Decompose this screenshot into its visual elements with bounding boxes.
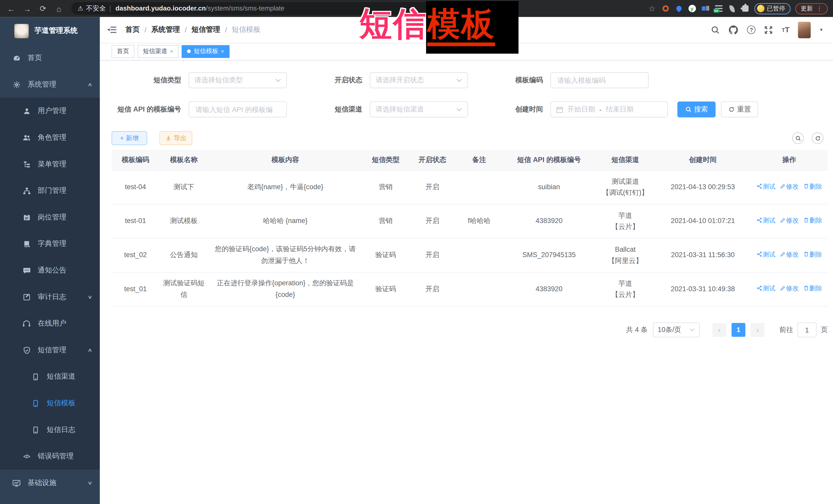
paused-badge[interactable]: 已暂停 <box>754 3 790 14</box>
date-range-picker[interactable]: 开始日期 - 结束日期 <box>550 101 668 117</box>
chevron-down-icon[interactable]: ▼ <box>819 27 823 32</box>
extension-pin-icon[interactable] <box>674 4 683 13</box>
sidebar-item-menu-management[interactable]: 菜单管理 <box>0 151 100 177</box>
edit-link[interactable]: 修改 <box>780 181 799 192</box>
reset-button[interactable]: 重置 <box>721 101 758 117</box>
extension-ring-icon[interactable] <box>661 4 670 13</box>
shield-check-icon <box>21 346 32 354</box>
sidebar-item-dept-management[interactable]: 部门管理 <box>0 177 100 204</box>
kebab-menu-icon[interactable]: ⋮ <box>816 5 823 12</box>
toggle-search-button[interactable] <box>792 132 804 144</box>
api-template-id-input[interactable] <box>194 105 281 114</box>
delete-link[interactable]: 删除 <box>803 215 822 225</box>
sms-type-select[interactable]: 请选择短信类型 <box>189 72 287 88</box>
extension-list-icon[interactable]: on <box>714 4 723 13</box>
github-icon[interactable] <box>729 25 739 34</box>
prev-page-button[interactable]: ‹ <box>713 323 727 337</box>
sidebar-item-post-management[interactable]: 岗位管理 <box>0 204 100 231</box>
sidebar-item-online-users[interactable]: 在线用户 <box>0 310 100 337</box>
sidebar-item-home[interactable]: 首页 <box>0 45 100 71</box>
update-button[interactable]: 更新 ⋮ <box>795 3 828 14</box>
delete-link[interactable]: 删除 <box>803 283 822 294</box>
goto-page-input[interactable] <box>798 322 816 337</box>
edit-link[interactable]: 修改 <box>780 215 799 225</box>
search-icon[interactable] <box>711 25 720 34</box>
sidebar-item-audit-log[interactable]: 审计日志 ∨ <box>0 284 100 310</box>
tab-sms-template[interactable]: 短信模板 × <box>182 45 229 58</box>
menu-tree-icon <box>21 160 32 168</box>
page-number-1[interactable]: 1 <box>732 323 745 337</box>
app-logo <box>14 24 29 38</box>
sidebar-collapse-icon[interactable] <box>108 25 117 34</box>
app-logo-row[interactable]: 芋道管理系统 <box>0 17 100 45</box>
export-button[interactable]: 导出 <box>160 131 192 145</box>
edit-link[interactable]: 修改 <box>780 283 799 294</box>
test-link[interactable]: 测试 <box>756 181 776 192</box>
share-icon <box>756 183 762 189</box>
trash-icon <box>803 251 809 257</box>
breadcrumb-sms[interactable]: 短信管理 <box>192 25 220 34</box>
test-link[interactable]: 测试 <box>756 283 776 294</box>
sidebar-item-sms-template[interactable]: 短信模板 <box>0 390 100 416</box>
help-icon[interactable]: ? <box>747 25 756 34</box>
font-size-icon[interactable]: TT <box>782 25 789 34</box>
app-header: 首页 / 系统管理 / 短信管理 / 短信模板 ? TT ▼ <box>100 17 833 42</box>
sidebar-item-sms-channel[interactable]: 短信渠道 <box>0 363 100 390</box>
close-icon[interactable]: × <box>170 48 173 54</box>
test-link[interactable]: 测试 <box>756 215 776 225</box>
table-row: test-04 测试下 老鸡{name}，牛逼{code} 营销 开启 suib… <box>112 170 828 204</box>
page-size-select[interactable]: 10条/页 <box>653 322 700 337</box>
close-icon[interactable]: × <box>221 48 224 54</box>
bookmark-star-icon[interactable]: ☆ <box>648 4 656 13</box>
search-button[interactable]: 搜索 <box>677 101 716 117</box>
sidebar-item-sms-management[interactable]: 短信管理 ∧ <box>0 337 100 363</box>
pencil-icon <box>780 285 786 291</box>
phone-icon <box>30 426 41 434</box>
template-code-input[interactable] <box>556 76 643 85</box>
status-select[interactable]: 请选择开启状态 <box>370 72 468 88</box>
avatar[interactable] <box>798 22 811 38</box>
edit-link[interactable]: 修改 <box>780 249 799 260</box>
test-link[interactable]: 测试 <box>756 249 776 260</box>
extension-squares-icon[interactable] <box>701 4 709 13</box>
delete-link[interactable]: 删除 <box>803 181 822 192</box>
channel-select[interactable]: 请选择短信渠道 <box>370 101 468 117</box>
tab-home[interactable]: 首页 <box>112 45 134 58</box>
browser-home-icon[interactable]: ⌂ <box>53 4 65 13</box>
browser-forward-icon[interactable]: → <box>21 4 33 13</box>
table-toolbar: + 新增 导出 <box>112 131 828 145</box>
api-template-id-label: 短信 API 的模板编号 <box>112 101 181 117</box>
chevron-down-icon <box>275 78 281 82</box>
browser-back-icon[interactable]: ← <box>5 4 17 13</box>
filter-form: 短信类型 请选择短信类型 开启状态 请选择开启状态 模板编码 短信 API 的模… <box>112 72 828 132</box>
breadcrumb-system[interactable]: 系统管理 <box>151 25 180 34</box>
table-row: test_02 公告通知 您的验证码{code}，该验证码5分钟内有效，请勿泄漏… <box>112 238 828 272</box>
browser-extensions-area: ☆ y on 已暂停 更新 ⋮ <box>648 3 828 14</box>
next-page-button[interactable]: › <box>751 323 765 337</box>
breadcrumb-home[interactable]: 首页 <box>125 25 140 34</box>
sidebar-item-dict-management[interactable]: 字典管理 <box>0 231 100 257</box>
gear-icon <box>11 80 22 89</box>
sidebar-item-system-management[interactable]: 系统管理 ∧ <box>0 71 100 98</box>
sidebar-item-error-code-management[interactable]: </> 错误码管理 <box>0 443 100 470</box>
phone-icon <box>30 373 41 381</box>
extensions-puzzle-icon[interactable] <box>741 4 749 13</box>
extension-y-icon[interactable]: y <box>688 4 696 13</box>
address-bar[interactable]: ⚠ 不安全 dashboard.yudao.iocoder.cn/system/… <box>71 2 475 15</box>
delete-link[interactable]: 删除 <box>803 249 822 260</box>
pencil-icon <box>780 217 786 223</box>
sidebar-item-user-management[interactable]: 用户管理 <box>0 98 100 124</box>
refresh-table-button[interactable] <box>812 132 824 144</box>
monitor-icon <box>11 479 22 487</box>
sidebar-item-role-management[interactable]: 角色管理 <box>0 124 100 151</box>
fullscreen-icon[interactable] <box>764 25 773 34</box>
add-button[interactable]: + 新增 <box>112 131 147 145</box>
sidebar-item-sms-log[interactable]: 短信日志 <box>0 416 100 443</box>
sidebar-item-notice-announcement[interactable]: 通知公告 <box>0 257 100 284</box>
tab-sms-channel[interactable]: 短信渠道 × <box>138 45 178 58</box>
browser-reload-icon[interactable]: ⟳ <box>37 4 49 13</box>
share-icon <box>756 285 762 291</box>
sidebar-item-infrastructure[interactable]: 基础设施 ∨ <box>0 470 100 496</box>
users-icon <box>21 134 32 142</box>
extension-feather-icon[interactable] <box>728 4 736 13</box>
